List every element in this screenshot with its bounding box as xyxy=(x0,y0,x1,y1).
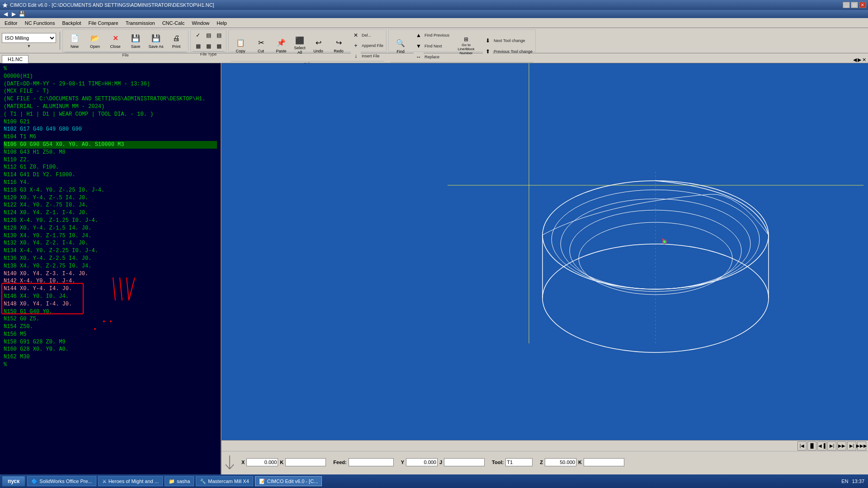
view-btn-4[interactable]: ▦ xyxy=(193,41,203,51)
taskbar-heroes[interactable]: ⚔ Heroes of Might and ... xyxy=(98,476,163,486)
quick-save-button[interactable]: 💾 xyxy=(18,11,25,17)
z-value[interactable] xyxy=(545,458,576,466)
code-line-8: N102 G17 G40 G49 G80 G90 xyxy=(4,126,217,133)
close-button[interactable]: ✕ xyxy=(859,2,866,8)
new-button[interactable]: 📄 New xyxy=(65,30,85,52)
cut-button[interactable]: ✂ Cut xyxy=(251,35,271,56)
play-step-back-button[interactable]: ◀▐ xyxy=(817,441,826,450)
code-line-33: N152 G0 Z5. xyxy=(4,315,217,323)
play-end-button[interactable]: ▶| xyxy=(847,441,856,450)
y-value[interactable] xyxy=(406,458,438,466)
close-button-tb[interactable]: ✕ Close xyxy=(105,30,125,52)
code-line-24: N134 X-4. Y0. Z-2.25 I0. J-4. xyxy=(4,247,217,255)
redo-button[interactable]: ↪ Redo xyxy=(329,35,349,56)
menu-bar: Editor NC Functions Backplot File Compar… xyxy=(0,18,868,28)
play-fast-button[interactable]: ▶▶▶ xyxy=(857,441,866,450)
code-line-25: N136 X0. Y-4. Z-2.5 I4. J0. xyxy=(4,255,217,263)
title-bar-controls[interactable]: _ □ ✕ xyxy=(843,2,866,8)
k3-value[interactable] xyxy=(584,458,624,466)
menu-window[interactable]: Window xyxy=(188,19,213,27)
print-button[interactable]: 🖨 Print xyxy=(166,30,186,52)
quick-forward-button[interactable]: ▶ xyxy=(10,11,17,17)
view-btn-6[interactable]: ▦ xyxy=(214,41,224,51)
append-file-button[interactable]: + xyxy=(351,41,361,51)
feed-group: Feed: xyxy=(333,458,393,466)
app-logo: ★ xyxy=(2,1,8,9)
play-start-button[interactable]: |◀ xyxy=(797,441,807,450)
menu-file-compare[interactable]: File Compare xyxy=(85,19,122,27)
main-toolbar: ISO Milling ▼ 📄 New 📂 Open ✕ Close 💾 Sav… xyxy=(0,28,868,53)
insert-file-button[interactable]: ↓ xyxy=(351,51,361,61)
code-line-38: N162 M30 xyxy=(4,353,217,361)
prev-tool-button[interactable]: ⬆ xyxy=(483,47,493,56)
quick-access-toolbar: ◀ ▶ 💾 xyxy=(0,10,868,18)
taskbar-sasha[interactable]: 📁 sasha xyxy=(165,476,194,486)
taskbar-mastercam[interactable]: 🔧 Mastercam Mill X4 xyxy=(196,476,253,486)
taskbar-cimco[interactable]: 📝 CIMCO Edit v6.0 - [C... xyxy=(255,476,322,486)
title-bar-left: ★ CIMCO Edit v6.0 - [C:\DOCUMENTS AND SE… xyxy=(2,1,214,9)
tool-label: Tool: xyxy=(492,460,504,465)
tab-close[interactable]: ✕ xyxy=(862,57,866,63)
view-btn-2[interactable]: ▤ xyxy=(203,30,213,40)
start-button[interactable]: пуск xyxy=(2,476,25,487)
goto-line-button[interactable]: ⊞ Go to Line/Block Number xyxy=(453,35,480,57)
code-line-19: N124 X0. Y4. Z-1. I-4. J0. xyxy=(4,209,217,217)
play-fwd-button[interactable]: ▶▶ xyxy=(837,441,846,450)
view-btn-5[interactable]: ▦ xyxy=(203,41,213,51)
play-step-fwd-button[interactable]: ▶| xyxy=(827,441,836,450)
select-all-button[interactable]: ⬛ Select All xyxy=(292,35,308,56)
replace-button[interactable]: ↔ xyxy=(414,52,424,62)
menu-cnc-calc[interactable]: CNC-Calc xyxy=(159,19,189,27)
menu-nc-functions[interactable]: NC Functions xyxy=(21,19,59,27)
save-button[interactable]: 💾 Save xyxy=(126,30,146,52)
tab-h1nc[interactable]: H1.NC xyxy=(2,55,28,63)
view-btn-1[interactable]: ✓ xyxy=(193,30,203,40)
tab-left-arrow[interactable]: ◀ xyxy=(853,57,857,63)
k1-value[interactable] xyxy=(285,458,326,466)
k2-value[interactable] xyxy=(444,458,485,466)
save-as-icon: 💾 xyxy=(151,33,161,44)
minimize-button[interactable]: _ xyxy=(843,2,850,8)
taskbar-solidworks[interactable]: 🔷 SolidWorks Office Pre... xyxy=(27,476,96,486)
copy-icon: 📋 xyxy=(235,38,246,48)
menu-help[interactable]: Help xyxy=(213,19,231,27)
tab-navigation[interactable]: ◀ ▶ ✕ xyxy=(853,57,866,63)
view-btn-3[interactable]: ▤ xyxy=(214,30,224,40)
k2-label: J xyxy=(439,460,442,465)
print-icon: 🖨 xyxy=(171,33,182,44)
code-line-0: % xyxy=(4,65,217,73)
find-prev-row: ▲ Find Previous xyxy=(413,30,450,40)
code-line-31: N148 X0. Y4. I-4. J0. xyxy=(4,300,217,308)
main-content: %O0000(H1)(DATE=DD-MM-YY - 29-08-11 TIME… xyxy=(0,63,868,476)
append-row: + Append File xyxy=(350,41,384,51)
find-next-button[interactable]: ▼ xyxy=(414,41,424,51)
tab-right-arrow[interactable]: ▶ xyxy=(858,57,861,63)
filetype-dropdown[interactable]: ISO Milling xyxy=(2,33,56,43)
tool-value[interactable] xyxy=(505,458,533,466)
menu-backplot[interactable]: Backplot xyxy=(58,19,85,27)
open-icon: 📂 xyxy=(90,33,100,44)
quick-back-button[interactable]: ◀ xyxy=(2,11,9,17)
code-line-35: N156 M5 xyxy=(4,331,217,338)
next-tool-button[interactable]: ⬇ xyxy=(483,36,493,46)
undo-button[interactable]: ↩ Undo xyxy=(308,35,328,56)
open-button[interactable]: 📂 Open xyxy=(85,30,105,52)
feed-value[interactable] xyxy=(349,458,394,466)
paste-button[interactable]: 📌 Paste xyxy=(271,35,291,56)
delete-button[interactable]: ✕ xyxy=(351,30,361,40)
code-line-6: ( T1 | H1 | D1 | WEAR COMP | TOOL DIA. -… xyxy=(4,111,217,118)
x-value[interactable] xyxy=(246,458,278,466)
code-editor[interactable]: %O0000(H1)(DATE=DD-MM-YY - 29-08-11 TIME… xyxy=(0,63,221,476)
find-previous-button[interactable]: ▲ xyxy=(414,30,424,40)
close-icon: ✕ xyxy=(110,33,121,44)
maximize-button[interactable]: □ xyxy=(851,2,858,8)
menu-transmission[interactable]: Transmission xyxy=(122,19,159,27)
copy-button[interactable]: 📋 Copy xyxy=(231,35,250,56)
find-button[interactable]: 🔍 Find xyxy=(391,35,410,57)
menu-editor[interactable]: Editor xyxy=(1,19,21,27)
viewport-pane[interactable]: |◀ ▐▌ ◀▐ ▶| ▶▶ ▶| ▶▶▶ xyxy=(222,63,868,476)
code-line-26: N138 X4. Y0. Z-2.75 I0. J4. xyxy=(4,263,217,270)
play-pause-button[interactable]: ▐▌ xyxy=(807,441,816,450)
save-as-button[interactable]: 💾 Save As xyxy=(146,30,166,52)
find-next-row: ▼ Find Next xyxy=(413,41,450,51)
